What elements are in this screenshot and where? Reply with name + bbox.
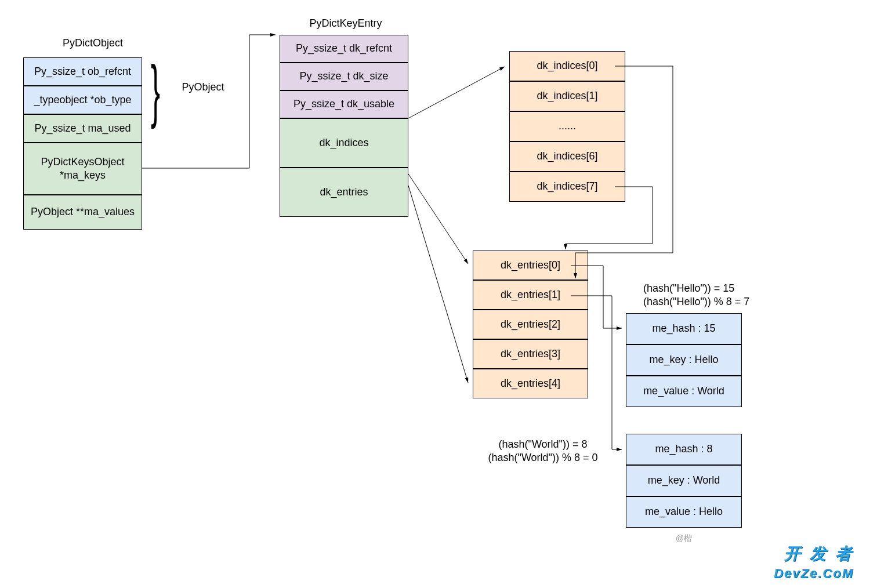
entry1-me_value: me_value : Hello xyxy=(626,496,742,528)
entry0-me_hash: me_hash : 15 xyxy=(626,313,742,344)
hash-hello-line2: (hash("Hello")) % 8 = 7 xyxy=(643,296,771,308)
entry1-me_key: me_key : World xyxy=(626,465,742,496)
hash-hello-line1: (hash("Hello")) = 15 xyxy=(643,282,771,295)
dk_indices-7: dk_indices[7] xyxy=(509,172,625,202)
dk_indices-ellipsis: ...... xyxy=(509,111,625,141)
pydictobject-ma_used: Py_ssize_t ma_used xyxy=(23,114,142,143)
dk_entries-3: dk_entries[3] xyxy=(473,339,588,369)
dk_indices-6: dk_indices[6] xyxy=(509,141,625,172)
hash-world-line1: (hash("World")) = 8 xyxy=(479,438,607,451)
entry1-me_hash: me_hash : 8 xyxy=(626,434,742,465)
pyobject-label: PyObject xyxy=(174,81,232,93)
pydictkeyentry-dk_usable: Py_ssize_t dk_usable xyxy=(280,90,408,118)
dk_entries-2: dk_entries[2] xyxy=(473,310,588,339)
dk_entries-0: dk_entries[0] xyxy=(473,251,588,280)
dk_indices-1: dk_indices[1] xyxy=(509,81,625,111)
watermark: @楷 xyxy=(676,533,692,544)
logo-line1: 开 发 者 xyxy=(784,543,854,565)
pydictkeyentry-dk_indices: dk_indices xyxy=(280,118,408,168)
pydictobject-ma_keys: PyDictKeysObject *ma_keys xyxy=(23,143,142,195)
pydictobject-title: PyDictObject xyxy=(49,37,136,49)
entry0-me_value: me_value : World xyxy=(626,376,742,407)
pydictkeyentry-title: PyDictKeyEntry xyxy=(299,17,392,30)
pydictkeyentry-dk_entries: dk_entries xyxy=(280,168,408,217)
brace-icon: } xyxy=(151,55,160,125)
pydictobject-ma_values: PyObject **ma_values xyxy=(23,195,142,230)
entry0-me_key: me_key : Hello xyxy=(626,344,742,376)
pydictkeyentry-dk_refcnt: Py_ssize_t dk_refcnt xyxy=(280,35,408,63)
hash-world-line2: (hash("World")) % 8 = 0 xyxy=(479,452,607,464)
logo-line2: DevZe.CoM xyxy=(774,566,854,581)
pydictobject-ob_refcnt: Py_ssize_t ob_refcnt xyxy=(23,57,142,86)
dk_indices-0: dk_indices[0] xyxy=(509,51,625,81)
pydictobject-ob_type: _typeobject *ob_type xyxy=(23,86,142,114)
pydictkeyentry-dk_size: Py_ssize_t dk_size xyxy=(280,63,408,90)
dk_entries-1: dk_entries[1] xyxy=(473,280,588,310)
dk_entries-4: dk_entries[4] xyxy=(473,369,588,398)
